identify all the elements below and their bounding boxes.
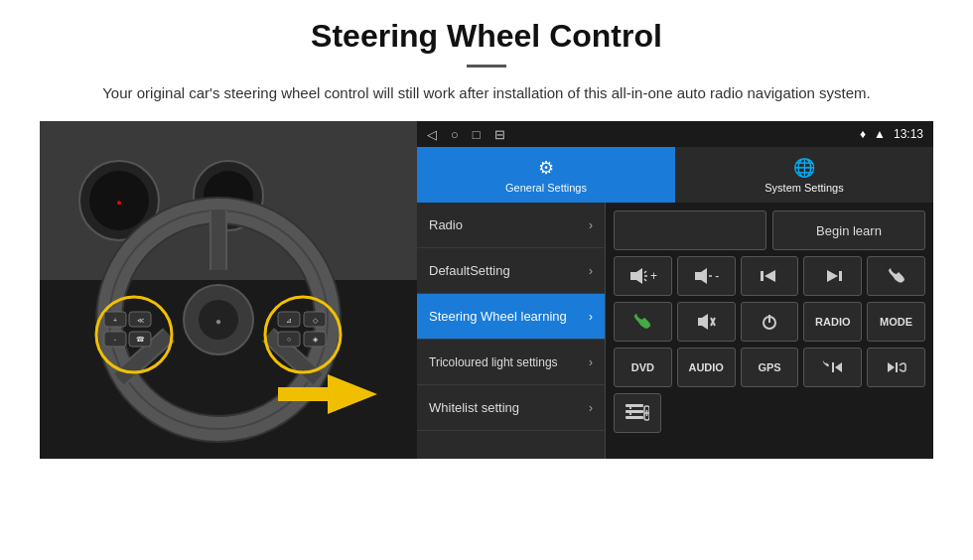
audio-button[interactable]: AUDIO bbox=[677, 348, 736, 387]
system-settings-icon: 🌐 bbox=[793, 157, 815, 179]
svg-rect-55 bbox=[832, 362, 834, 372]
chevron-icon: › bbox=[589, 218, 593, 232]
svg-rect-60 bbox=[626, 410, 643, 413]
svg-marker-48 bbox=[827, 270, 838, 282]
tab-bar: ⚙ General Settings 🌐 System Settings bbox=[417, 147, 933, 203]
svg-rect-39 bbox=[278, 387, 330, 401]
svg-text:●: ● bbox=[215, 316, 221, 327]
chevron-icon: › bbox=[589, 264, 593, 278]
svg-text:○: ○ bbox=[287, 336, 291, 343]
vol-down-label: - bbox=[715, 269, 719, 283]
menu-nav-icon[interactable]: ⊟ bbox=[494, 127, 505, 142]
svg-text:≪: ≪ bbox=[137, 317, 144, 324]
location-icon: ♦ bbox=[860, 127, 866, 141]
svg-marker-57 bbox=[888, 362, 895, 372]
menu-item-tricoloured[interactable]: Tricoloured light settings › bbox=[417, 340, 605, 385]
tab-system-settings[interactable]: 🌐 System Settings bbox=[675, 147, 933, 203]
svg-text:+: + bbox=[113, 317, 117, 324]
radio-label-button[interactable]: RADIO bbox=[803, 302, 862, 342]
whitelist-row bbox=[614, 393, 925, 433]
tab-general-settings[interactable]: ⚙ General Settings bbox=[417, 147, 675, 203]
status-bar-nav: ◁ ○ □ ⊟ bbox=[427, 127, 505, 142]
vol-up-button[interactable]: + bbox=[614, 256, 672, 296]
mode-text: MODE bbox=[880, 316, 912, 328]
menu-item-whitelist[interactable]: Whitelist setting › bbox=[417, 385, 605, 431]
svg-marker-40 bbox=[630, 268, 642, 284]
mute-button[interactable] bbox=[677, 302, 736, 342]
svg-rect-58 bbox=[896, 362, 898, 372]
phone-button[interactable] bbox=[867, 256, 925, 296]
svg-marker-56 bbox=[835, 362, 842, 372]
mode-button[interactable]: MODE bbox=[867, 302, 925, 342]
shuffle-next-button[interactable] bbox=[867, 348, 925, 387]
whitelist-icon-button[interactable] bbox=[614, 393, 661, 433]
svg-marker-44 bbox=[695, 268, 707, 284]
menu-list: Radio › DefaultSetting › Steering Wheel … bbox=[417, 203, 606, 459]
page-wrapper: Steering Wheel Control Your original car… bbox=[0, 0, 973, 469]
svg-rect-59 bbox=[626, 404, 643, 407]
menu-item-steering-wheel[interactable]: Steering Wheel learning › bbox=[417, 294, 605, 340]
gps-button[interactable]: GPS bbox=[741, 348, 799, 387]
audio-text: AUDIO bbox=[688, 361, 723, 373]
chevron-icon: › bbox=[589, 310, 593, 324]
vol-up-label: + bbox=[650, 269, 657, 283]
dvd-text: DVD bbox=[631, 361, 654, 373]
right-control-panel: Begin learn + - bbox=[606, 203, 933, 459]
status-bar: ◁ ○ □ ⊟ ♦ ▲ 13:13 bbox=[417, 121, 933, 147]
content-area: ● ● bbox=[40, 121, 933, 459]
radio-text: RADIO bbox=[815, 316, 850, 328]
ctrl-row-2: RADIO MODE bbox=[614, 302, 925, 342]
svg-rect-46 bbox=[761, 271, 764, 281]
steering-wheel-image: ● ● bbox=[40, 121, 417, 459]
title-divider bbox=[467, 65, 506, 68]
tab-system-label: System Settings bbox=[764, 182, 843, 194]
ctrl-row-1: + - bbox=[614, 256, 925, 296]
status-bar-info: ♦ ▲ 13:13 bbox=[860, 127, 923, 141]
phone-prev-button[interactable] bbox=[803, 348, 862, 387]
ctrl-row-3: DVD AUDIO GPS bbox=[614, 348, 925, 387]
chevron-icon: › bbox=[589, 355, 593, 369]
svg-rect-61 bbox=[626, 416, 643, 419]
chevron-icon: › bbox=[589, 401, 593, 415]
recent-nav-icon[interactable]: □ bbox=[473, 127, 481, 142]
begin-learn-button[interactable]: Begin learn bbox=[772, 210, 925, 250]
tab-general-label: General Settings bbox=[505, 182, 587, 194]
vol-down-button[interactable]: - bbox=[677, 256, 736, 296]
svg-line-41 bbox=[644, 271, 646, 273]
clock: 13:13 bbox=[894, 127, 923, 141]
svg-text:☎: ☎ bbox=[136, 336, 145, 343]
svg-text:●: ● bbox=[116, 198, 121, 208]
page-title: Steering Wheel Control bbox=[40, 18, 933, 55]
subtitle: Your original car's steering wheel contr… bbox=[40, 81, 933, 105]
home-nav-icon[interactable]: ○ bbox=[451, 127, 459, 142]
answer-button[interactable] bbox=[614, 302, 672, 342]
general-settings-icon: ⚙ bbox=[538, 157, 554, 179]
back-nav-icon[interactable]: ◁ bbox=[427, 127, 437, 142]
signal-icon: ▲ bbox=[874, 127, 886, 141]
svg-rect-63 bbox=[629, 413, 631, 415]
gps-text: GPS bbox=[758, 361, 780, 373]
next-track-button[interactable] bbox=[803, 256, 862, 296]
radio-row: Begin learn bbox=[614, 210, 925, 250]
prev-track-button[interactable] bbox=[741, 256, 799, 296]
svg-marker-50 bbox=[698, 314, 708, 330]
menu-item-radio[interactable]: Radio › bbox=[417, 203, 605, 248]
svg-rect-62 bbox=[629, 407, 631, 409]
svg-marker-47 bbox=[764, 270, 775, 282]
svg-line-43 bbox=[644, 279, 646, 281]
svg-rect-49 bbox=[839, 271, 842, 281]
menu-item-default-setting[interactable]: DefaultSetting › bbox=[417, 248, 605, 294]
svg-text:⊿: ⊿ bbox=[286, 317, 292, 324]
dvd-button[interactable]: DVD bbox=[614, 348, 672, 387]
main-content: Radio › DefaultSetting › Steering Wheel … bbox=[417, 203, 933, 459]
radio-input-box[interactable] bbox=[614, 210, 766, 250]
power-button[interactable] bbox=[741, 302, 799, 342]
ui-panel: ◁ ○ □ ⊟ ♦ ▲ 13:13 ⚙ General Settings bbox=[417, 121, 933, 459]
